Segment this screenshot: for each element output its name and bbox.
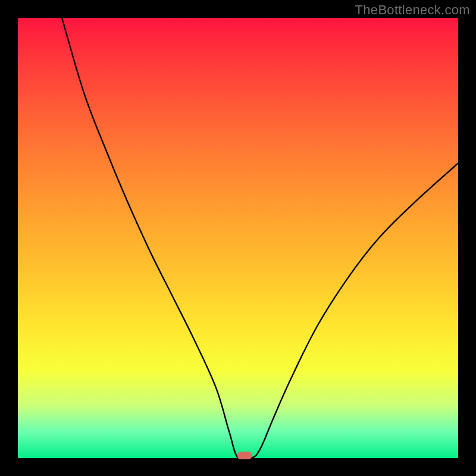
- watermark-text: TheBottleneck.com: [355, 2, 470, 18]
- optimal-point-marker: [237, 452, 252, 459]
- bottleneck-curve: [62, 18, 458, 461]
- chart-frame: TheBottleneck.com: [0, 0, 476, 476]
- plot-area: [18, 18, 458, 458]
- chart-svg: [18, 18, 458, 458]
